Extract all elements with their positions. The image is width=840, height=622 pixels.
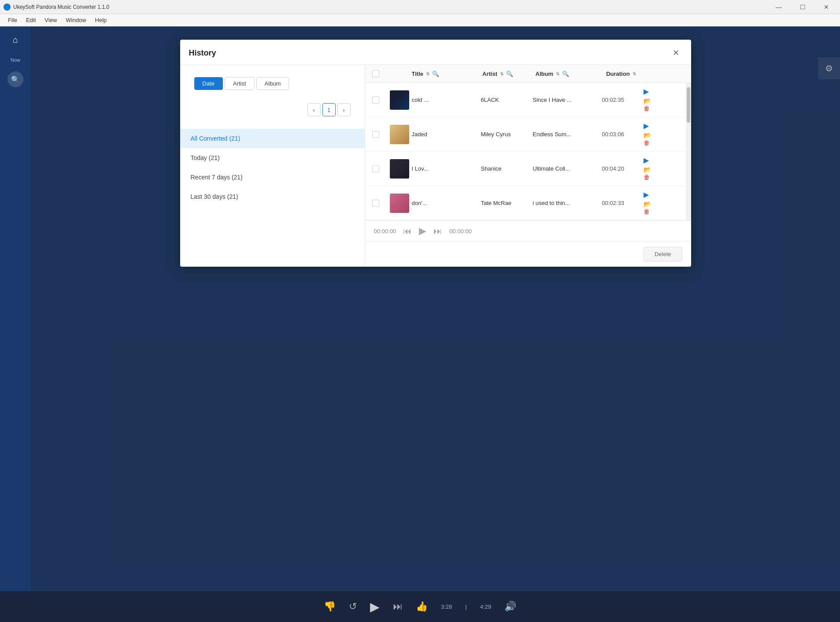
- table-row: cold ... 6LACK Since I Have ...: [365, 83, 686, 117]
- sidebar-search-button[interactable]: 🔍: [7, 71, 23, 87]
- track-thumbnail-1: [390, 125, 409, 144]
- row-actions-0: ▶ 📂 🗑: [644, 87, 679, 112]
- folder-button-3[interactable]: 📂: [644, 201, 677, 208]
- player-total-time: 4:29: [480, 603, 491, 610]
- search-icon: 🔍: [11, 75, 20, 84]
- player-current-time: 3:28: [441, 603, 452, 610]
- artist-sort-icon[interactable]: ⇅: [500, 71, 503, 76]
- row-checkbox-2[interactable]: [372, 165, 379, 172]
- thumbs-down-button[interactable]: 👎: [324, 601, 336, 612]
- thumbs-up-button[interactable]: 👍: [416, 601, 428, 612]
- play-button-0[interactable]: ▶: [644, 87, 677, 96]
- nav-list: All Converted (21) Today (21) Recent 7 d…: [180, 129, 365, 206]
- nav-item-recent7[interactable]: Recent 7 days (21): [180, 168, 365, 187]
- table-row: I Lov... Shanice Ultimate Coll...: [365, 152, 686, 186]
- play-button-1[interactable]: ▶: [644, 122, 677, 130]
- row-actions-2: ▶ 📂 🗑: [644, 156, 679, 181]
- skip-button[interactable]: ⏭: [393, 601, 403, 612]
- table-row: Jaded Miley Cyrus Endless Sum...: [365, 117, 686, 152]
- artist-search-icon[interactable]: 🔍: [506, 71, 513, 77]
- delete-button-2[interactable]: 🗑: [644, 174, 650, 181]
- track-artist-1: Miley Cyrus: [481, 131, 511, 138]
- title-search-icon[interactable]: 🔍: [432, 71, 439, 77]
- volume-button[interactable]: 🔊: [504, 601, 516, 612]
- album-search-icon[interactable]: 🔍: [562, 71, 569, 77]
- prev-page-button[interactable]: ‹: [307, 103, 321, 116]
- track-title-3: don'...: [412, 200, 427, 206]
- sidebar-home-button[interactable]: ⌂: [7, 31, 24, 48]
- track-album-1: Endless Sum...: [533, 131, 571, 138]
- player-bar: 👎 ↺ ▶ ⏭ 👍 3:28 | 4:29 🔊: [0, 591, 840, 622]
- album-sort-icon[interactable]: ⇅: [556, 71, 559, 76]
- row-checkbox-1[interactable]: [372, 131, 379, 138]
- select-all-checkbox[interactable]: [372, 70, 379, 77]
- replay-button[interactable]: ↺: [349, 601, 357, 612]
- modal-header: History ✕: [180, 40, 691, 65]
- window-close-button[interactable]: ✕: [816, 0, 836, 14]
- menu-view[interactable]: View: [40, 15, 61, 25]
- modal-title: History: [189, 48, 216, 58]
- player-play-button[interactable]: ▶: [419, 225, 426, 237]
- folder-button-1[interactable]: 📂: [644, 132, 677, 139]
- skip-icon: ⏭: [393, 601, 403, 612]
- delete-button-3[interactable]: 🗑: [644, 208, 650, 215]
- player-prev-button[interactable]: ⏮: [403, 226, 412, 236]
- header-title: Title ⇅ 🔍: [412, 71, 483, 77]
- right-panel: Title ⇅ 🔍 Artist ⇅ 🔍 Album: [365, 65, 691, 267]
- row-actions-1: ▶ 📂 🗑: [644, 122, 679, 147]
- folder-button-0[interactable]: 📂: [644, 97, 677, 104]
- nav-item-last30[interactable]: Last 30 days (21): [180, 187, 365, 206]
- header-duration: Duration ⇅: [606, 71, 648, 77]
- track-duration-0: 00:02:35: [602, 97, 624, 103]
- current-page-button[interactable]: 1: [322, 103, 336, 116]
- player-next-button[interactable]: ⏭: [433, 226, 442, 236]
- sidebar: ⌂ Now 🔍: [0, 26, 31, 591]
- row-checkbox-0[interactable]: [372, 97, 379, 104]
- track-artist-2: Shanice: [481, 165, 502, 172]
- nav-item-all[interactable]: All Converted (21): [180, 129, 365, 148]
- play-button-2[interactable]: ▶: [644, 156, 677, 164]
- left-panel-top: Date Artist Album ‹ 1 ›: [180, 72, 365, 129]
- menu-help[interactable]: Help: [91, 15, 111, 25]
- menu-edit[interactable]: Edit: [22, 15, 40, 25]
- folder-button-2[interactable]: 📂: [644, 166, 677, 173]
- minimize-button[interactable]: —: [769, 0, 789, 14]
- scrollbar-thumb[interactable]: [687, 87, 690, 123]
- delete-button-1[interactable]: 🗑: [644, 139, 650, 146]
- thumbs-down-icon: 👎: [324, 601, 336, 612]
- player-separator: |: [465, 603, 466, 610]
- play-main-button[interactable]: ▶: [370, 600, 380, 614]
- delete-button-0[interactable]: 🗑: [644, 105, 650, 112]
- track-duration-1: 00:03:06: [602, 131, 624, 138]
- window-title: UkeySoft Pandora Music Converter 1.1.0: [13, 4, 769, 10]
- filter-tab-artist[interactable]: Artist: [225, 77, 255, 90]
- next-page-button[interactable]: ›: [337, 103, 351, 116]
- player-time-end: 00:00:00: [449, 228, 472, 235]
- menu-file[interactable]: File: [4, 15, 22, 25]
- title-sort-icon[interactable]: ⇅: [426, 71, 429, 76]
- duration-sort-icon[interactable]: ⇅: [633, 71, 636, 76]
- menu-bar: File Edit View Window Help: [0, 14, 840, 26]
- track-thumbnail-0: [390, 90, 409, 110]
- track-thumbnail-2: [390, 159, 409, 179]
- table-row: don'... Tate McRae i used to thin...: [365, 186, 686, 220]
- scrollbar[interactable]: [686, 83, 691, 220]
- track-thumbnail-3: [390, 194, 409, 213]
- app-icon: [4, 4, 11, 11]
- filter-tab-album[interactable]: Album: [256, 77, 289, 90]
- modal-overlay: History ✕ Date Artist Album: [31, 26, 840, 591]
- nav-item-today[interactable]: Today (21): [180, 148, 365, 168]
- row-actions-3: ▶ 📂 🗑: [644, 190, 679, 216]
- track-title-0: cold ...: [412, 97, 429, 103]
- play-button-3[interactable]: ▶: [644, 190, 677, 199]
- modal-player: 00:00:00 ⏮ ▶ ⏭ 00:00:00: [365, 220, 691, 241]
- filter-tab-date[interactable]: Date: [194, 77, 223, 90]
- delete-all-button[interactable]: Delete: [644, 247, 682, 261]
- menu-window[interactable]: Window: [61, 15, 90, 25]
- modal-close-button[interactable]: ✕: [670, 47, 682, 59]
- replay-icon: ↺: [349, 601, 357, 612]
- track-duration-2: 00:04:20: [602, 165, 624, 172]
- row-checkbox-3[interactable]: [372, 200, 379, 207]
- maximize-button[interactable]: ☐: [792, 0, 813, 14]
- play-icon: ▶: [370, 600, 380, 614]
